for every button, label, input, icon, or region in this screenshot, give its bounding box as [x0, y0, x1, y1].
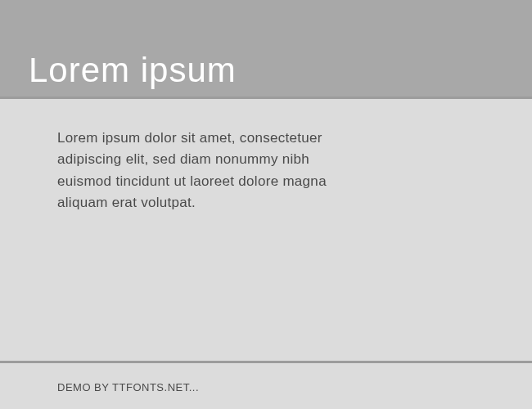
page-title: Lorem ipsum	[29, 51, 237, 90]
footer: DEMO BY TTFONTS.NET...	[0, 363, 532, 409]
footer-credit: DEMO BY TTFONTS.NET...	[57, 381, 199, 393]
header: Lorem ipsum	[0, 0, 532, 97]
body-text: Lorem ipsum dolor sit amet, consectetuer…	[57, 128, 336, 213]
content-area: Lorem ipsum dolor sit amet, consectetuer…	[0, 99, 532, 361]
